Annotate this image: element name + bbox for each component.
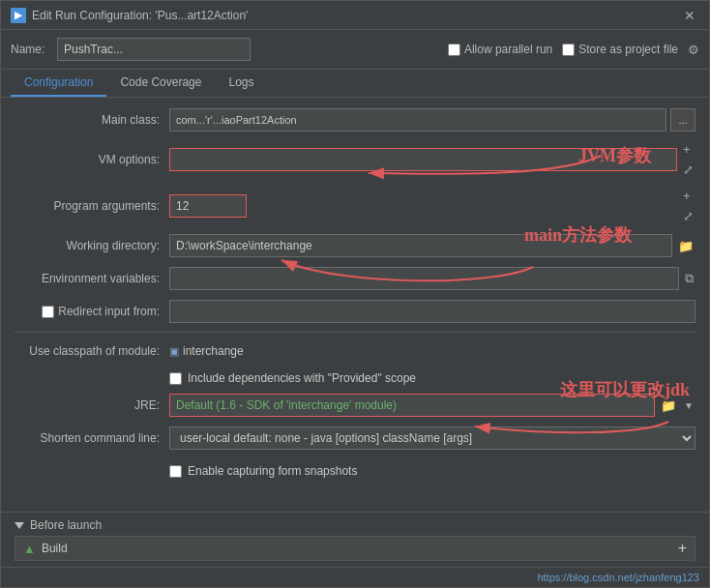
classpath-label: Use classpath of module: [15,344,169,358]
redirect-row: Redirect input from: [15,299,695,324]
name-label: Name: [11,43,49,56]
name-bar: Name: Allow parallel run Store as projec… [1,30,709,70]
module-icon: ▣ [169,345,179,358]
jre-select[interactable]: Default (1.6 - SDK of 'interchange' modu… [169,394,655,417]
main-class-value: com...'r'...iaoPart12Action [176,114,297,126]
tab-code-coverage[interactable]: Code Coverage [106,70,215,97]
working-dir-folder-icon[interactable]: 📁 [676,237,695,255]
jre-value: Default (1.6 - SDK of 'interchange' modu… [176,398,648,412]
allow-parallel-check[interactable] [448,44,460,56]
working-dir-input[interactable] [169,234,672,257]
build-icon: ▲ [23,542,36,556]
include-deps-checkbox[interactable] [169,372,182,385]
allow-parallel-checkbox[interactable]: Allow parallel run [448,43,552,56]
jre-field: Default (1.6 - SDK of 'interchange' modu… [169,394,695,417]
enable-form-checkbox[interactable] [169,465,182,478]
vm-options-side-icons: + ⤢ [681,140,695,179]
store-project-checkbox[interactable]: Store as project file [562,43,678,56]
include-deps-row: Include dependencies with "Provided" sco… [15,371,695,385]
redirect-input[interactable] [169,300,695,323]
run-icon: ▶ [11,8,26,23]
vm-options-input[interactable] [169,148,677,171]
program-args-input[interactable] [169,194,247,218]
name-bar-right: Allow parallel run Store as project file… [448,43,699,57]
before-launch-toggle-icon[interactable] [15,522,24,529]
jre-folder-icon[interactable]: 📁 [659,397,678,415]
close-button[interactable]: ✕ [680,8,699,23]
before-launch-label: Before launch [30,518,102,532]
divider-1 [15,332,695,333]
env-copy-icon[interactable]: ⧉ [683,269,695,288]
env-vars-field: ⧉ [169,267,695,290]
program-args-row: Program arguments: + ⤢ [15,187,695,225]
add-before-launch-button[interactable]: + [678,540,687,557]
content-area: JVM参数 main方法参数 这里可以更改jdk [1,98,709,512]
store-project-label: Store as project file [578,43,678,56]
working-dir-row: Working directory: 📁 [15,233,695,258]
env-vars-label: Environment variables: [15,272,169,285]
env-vars-row: Environment variables: ⧉ [15,266,695,291]
name-input[interactable] [57,38,251,61]
title-bar-left: ▶ Edit Run Configuration: 'Pus...art12Ac… [11,8,248,23]
jre-dropdown-icon[interactable]: ▼ [682,398,695,413]
include-deps-label: Include dependencies with "Provided" sco… [188,371,416,385]
tabs: Configuration Code Coverage Logs [1,70,709,98]
shorten-field: user-local default: none - java [options… [169,426,695,450]
dialog-title: Edit Run Configuration: 'Pus...art12Acti… [32,9,248,22]
working-dir-field: 📁 [169,234,695,257]
before-launch-section: Before launch ▲ Build + [1,512,709,567]
main-class-input[interactable]: com...'r'...iaoPart12Action [169,108,666,132]
main-class-label: Main class: [15,113,169,127]
store-project-check[interactable] [562,44,575,56]
build-label: Build [42,542,68,555]
main-class-row: Main class: com...'r'...iaoPart12Action … [15,107,695,132]
title-bar: ▶ Edit Run Configuration: 'Pus...art12Ac… [1,1,709,30]
shorten-select[interactable]: user-local default: none - java [options… [169,426,695,450]
shorten-label: Shorten command line: [15,431,169,445]
vm-options-field: + ⤢ [169,140,695,179]
footer-bar: https://blog.csdn.net/jzhanfeng123 [1,567,709,587]
working-dir-label: Working directory: [15,239,169,252]
enable-form-row: Enable capturing form snapshots [15,458,695,484]
footer-link[interactable]: https://blog.csdn.net/jzhanfeng123 [537,572,699,583]
vm-options-row: VM options: + ⤢ [15,140,695,179]
jre-row: JRE: Default (1.6 - SDK of 'interchange'… [15,393,695,418]
env-vars-input[interactable] [169,267,679,290]
vm-plus-icon[interactable]: + [681,140,695,159]
jre-label: JRE: [15,398,169,412]
before-launch-list: ▲ Build + [15,536,695,561]
tab-logs[interactable]: Logs [215,70,267,97]
allow-parallel-label: Allow parallel run [464,43,552,56]
build-item: ▲ Build [23,542,68,556]
prog-side-icons: + ⤢ [681,187,695,225]
shorten-row: Shorten command line: user-local default… [15,426,695,451]
tab-configuration[interactable]: Configuration [11,70,106,97]
enable-form-label: Enable capturing form snapshots [188,464,357,478]
gear-icon[interactable]: ⚙ [688,43,699,57]
dialog: ▶ Edit Run Configuration: 'Pus...art12Ac… [0,0,710,588]
main-class-browse-button[interactable]: ... [670,108,695,132]
vm-expand-icon[interactable]: ⤢ [681,161,695,179]
program-args-field: + ⤢ [169,187,695,225]
redirect-label: Redirect input from: [58,305,160,318]
prog-expand-icon[interactable]: ⤢ [681,207,695,225]
before-launch-header: Before launch [15,518,695,532]
main-class-field: com...'r'...iaoPart12Action ... [169,108,695,132]
redirect-field [169,300,695,323]
vm-options-label: VM options: [15,153,169,166]
classpath-value: interchange [183,344,244,358]
classpath-row: Use classpath of module: ▣ interchange [15,338,695,364]
redirect-checkbox[interactable] [42,306,54,318]
prog-plus-icon[interactable]: + [681,187,695,205]
classpath-field: ▣ interchange [169,344,695,358]
program-args-label: Program arguments: [15,199,169,213]
